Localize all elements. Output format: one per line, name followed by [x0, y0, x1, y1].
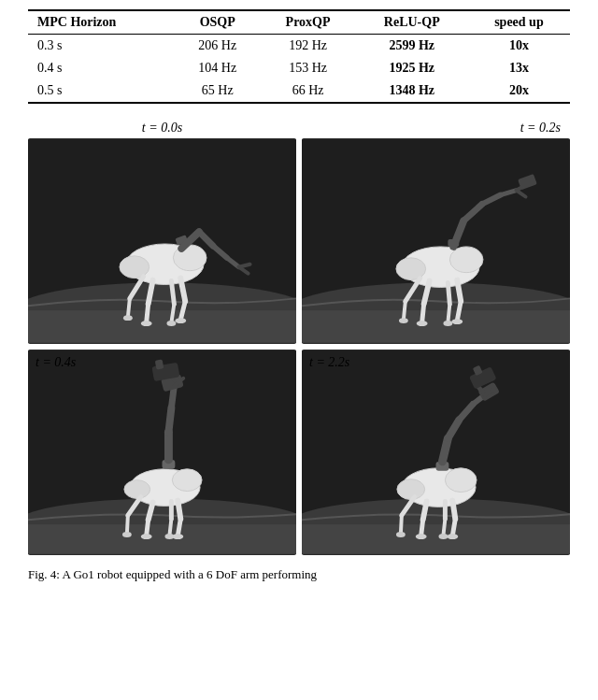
- svg-point-104: [438, 534, 448, 539]
- svg-line-57: [178, 500, 180, 519]
- svg-point-83: [397, 479, 425, 500]
- col-header-reluqp: ReLU-QP: [356, 10, 468, 35]
- svg-point-47: [451, 319, 463, 324]
- svg-point-75: [141, 534, 152, 539]
- svg-point-77: [122, 532, 132, 537]
- svg-rect-53: [28, 524, 296, 554]
- svg-line-62: [169, 519, 171, 536]
- image-label-1: t = 0.0s: [142, 121, 182, 136]
- svg-point-82: [445, 468, 477, 493]
- cell-horizon-2: 0.4 s: [28, 57, 175, 79]
- svg-point-105: [396, 532, 406, 537]
- robot-images-grid: t = 0.0s: [28, 121, 570, 555]
- image-cell-3: t = 0.4s: [28, 350, 296, 555]
- cell-reluqp-1: 2599 Hz: [356, 35, 468, 58]
- cell-speedup-3: 20x: [468, 79, 570, 103]
- robot-svg-4: [302, 350, 570, 555]
- cell-speedup-2: 13x: [468, 57, 570, 79]
- svg-point-56: [124, 480, 150, 499]
- svg-point-29: [449, 247, 483, 273]
- table-row: 0.5 s 65 Hz 66 Hz 1348 Hz 20x: [28, 79, 570, 103]
- image-label-4: t = 2.2s: [309, 355, 349, 370]
- svg-line-91: [401, 515, 402, 534]
- svg-line-58: [178, 519, 180, 536]
- svg-point-102: [447, 534, 458, 539]
- robot-image-3: [28, 350, 296, 555]
- svg-line-35: [448, 283, 449, 305]
- col-header-speedup: speed up: [468, 10, 570, 35]
- svg-line-36: [448, 304, 449, 322]
- svg-line-9: [147, 304, 149, 322]
- cell-osqp-2: 104 Hz: [175, 57, 260, 79]
- robot-scene-1: [28, 138, 296, 344]
- svg-rect-80: [302, 524, 570, 554]
- table-header-row: MPC Horizon OSQP ProxQP ReLU-QP speed up: [28, 10, 570, 35]
- svg-point-21: [175, 318, 186, 323]
- svg-line-84: [452, 500, 455, 519]
- cell-proxqp-2: 153 Hz: [260, 57, 355, 79]
- cell-horizon-3: 0.5 s: [28, 79, 175, 103]
- cell-horizon-1: 0.3 s: [28, 35, 175, 58]
- image-cell-4: t = 2.2s: [302, 350, 570, 555]
- cell-reluqp-2: 1925 Hz: [356, 57, 468, 79]
- svg-point-48: [417, 321, 428, 326]
- cell-proxqp-3: 66 Hz: [260, 79, 355, 103]
- svg-line-87: [421, 520, 423, 536]
- svg-point-23: [166, 321, 176, 326]
- page-container: MPC Horizon OSQP ProxQP ReLU-QP speed up…: [0, 0, 598, 700]
- robot-svg-1: [28, 138, 296, 344]
- robot-image-1: [28, 138, 296, 344]
- cell-speedup-1: 10x: [468, 35, 570, 58]
- image-label-3: t = 0.4s: [36, 355, 76, 370]
- robot-image-2: [302, 138, 570, 344]
- svg-rect-27: [302, 310, 570, 343]
- svg-line-31: [457, 280, 461, 302]
- robot-svg-3: [28, 350, 296, 555]
- svg-point-103: [416, 534, 427, 539]
- svg-line-60: [147, 520, 149, 536]
- svg-line-89: [443, 519, 445, 536]
- svg-line-38: [404, 301, 406, 320]
- svg-line-34: [422, 304, 424, 322]
- image-cell-2: t = 0.2s: [302, 121, 570, 344]
- col-header-horizon: MPC Horizon: [28, 10, 175, 35]
- svg-line-13: [128, 298, 130, 317]
- svg-line-64: [127, 515, 128, 534]
- svg-line-67: [168, 407, 171, 432]
- table-row: 0.4 s 104 Hz 153 Hz 1925 Hz 13x: [28, 57, 570, 79]
- table-section: MPC Horizon OSQP ProxQP ReLU-QP speed up…: [28, 9, 570, 104]
- cell-reluqp-3: 1348 Hz: [356, 79, 468, 103]
- robot-svg-2: [302, 138, 570, 344]
- svg-point-50: [399, 318, 408, 323]
- image-cell-1: t = 0.0s: [28, 121, 296, 344]
- robot-image-4: [302, 350, 570, 555]
- svg-line-85: [452, 519, 455, 536]
- cell-proxqp-1: 192 Hz: [260, 35, 355, 58]
- svg-line-10: [171, 281, 174, 305]
- svg-point-22: [141, 321, 152, 326]
- col-header-proxqp: ProxQP: [260, 10, 355, 35]
- table-row: 0.3 s 206 Hz 192 Hz 2599 Hz 10x: [28, 35, 570, 58]
- figure-caption: Fig. 4: A Go1 robot equipped with a 6 Do…: [28, 566, 570, 583]
- cell-osqp-3: 65 Hz: [175, 79, 260, 103]
- svg-point-49: [443, 321, 452, 326]
- results-table: MPC Horizon OSQP ProxQP ReLU-QP speed up…: [28, 9, 570, 104]
- svg-line-86: [423, 501, 427, 520]
- cell-osqp-1: 206 Hz: [175, 35, 260, 58]
- svg-point-55: [172, 469, 202, 492]
- col-header-osqp: OSQP: [175, 10, 260, 35]
- svg-point-24: [123, 315, 133, 321]
- svg-point-76: [164, 534, 174, 539]
- svg-rect-2: [28, 310, 296, 343]
- image-label-2: t = 0.2s: [520, 121, 561, 136]
